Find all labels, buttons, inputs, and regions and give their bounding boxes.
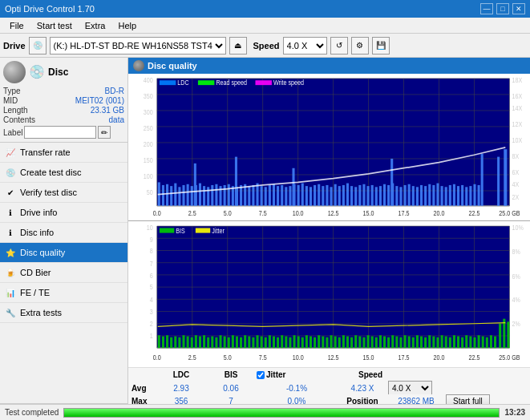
sidebar-item-verify-test-disc[interactable]: ✔ Verify test disc [0,183,127,203]
svg-rect-83 [318,184,320,206]
svg-text:8%: 8% [512,248,520,256]
svg-rect-113 [441,186,443,206]
svg-rect-72 [273,184,275,206]
svg-rect-196 [211,336,213,348]
sidebar-item-create-test-disc[interactable]: 💿 Create test disc [0,163,127,183]
svg-rect-241 [395,336,398,348]
sidebar-item-disc-info[interactable]: ℹ Disc info [0,223,127,243]
svg-text:0.0: 0.0 [153,353,162,361]
svg-rect-192 [195,335,197,348]
label-input[interactable] [24,126,96,139]
menu-start-test[interactable]: Start test [30,19,79,32]
svg-rect-114 [445,187,447,206]
svg-rect-191 [191,337,193,347]
svg-text:50: 50 [147,188,153,196]
svg-text:2: 2 [150,320,153,328]
svg-rect-181 [196,228,210,232]
mid-value: MEIT02 (001) [75,96,124,105]
svg-rect-227 [338,337,341,347]
svg-rect-234 [367,335,370,348]
svg-rect-129 [504,149,507,206]
save-icon[interactable]: 💾 [372,37,390,55]
disc-label: Disc [48,67,68,78]
svg-rect-111 [432,185,435,206]
bottom-chart: 10 9 8 7 6 5 4 3 2 1 10% 8% 6% 4% 2% [128,221,530,368]
svg-rect-245 [412,337,415,347]
svg-rect-105 [408,184,411,206]
menu-help[interactable]: Help [111,19,143,32]
svg-rect-194 [203,335,205,348]
svg-rect-49 [178,187,180,206]
svg-rect-230 [350,337,353,347]
svg-rect-268 [507,321,509,348]
svg-rect-212 [277,337,279,347]
maximize-button[interactable]: □ [496,3,509,14]
svg-rect-122 [478,185,480,206]
svg-rect-204 [244,335,246,348]
svg-rect-250 [432,336,435,348]
disc-icon [3,61,26,83]
top-chart: 400 350 300 250 200 150 100 50 18X 16X 1… [128,74,530,221]
svg-rect-118 [461,185,463,206]
svg-text:7.5: 7.5 [259,209,267,217]
svg-rect-112 [436,184,439,206]
svg-rect-106 [412,186,415,206]
window-controls[interactable]: — □ ✕ [480,3,525,14]
speed-label: Speed [253,41,280,50]
svg-rect-264 [490,335,492,348]
jitter-checkbox[interactable] [257,371,265,379]
label-edit-icon[interactable]: ✏ [98,126,111,139]
sidebar-item-fe-te[interactable]: 📊 FE / TE [0,283,127,303]
svg-rect-254 [449,337,451,347]
svg-rect-252 [441,335,443,348]
drive-select[interactable]: (K:) HL-DT-ST BD-RE WH16NS58 TST4 [50,37,226,55]
svg-rect-258 [465,335,467,348]
svg-rect-128 [497,157,500,206]
svg-rect-68 [257,184,259,206]
sidebar-item-drive-info[interactable]: ℹ Drive info [0,203,127,223]
minimize-button[interactable]: — [480,3,493,14]
svg-rect-249 [428,335,431,348]
chart-header: Disc quality [128,58,530,74]
jitter-header: Jitter [266,370,285,379]
ldc-avg: 2.93 [157,384,205,393]
close-button[interactable]: ✕ [512,3,525,14]
menu-file[interactable]: File [3,19,30,32]
svg-rect-253 [445,336,447,348]
eject-button[interactable]: ⏏ [229,37,247,55]
drive-label: Drive [3,41,26,50]
disc-eject-icon[interactable]: 💿 [29,64,45,80]
svg-rect-102 [395,186,398,206]
sidebar-item-disc-quality[interactable]: ⭐ Disc quality [0,243,127,263]
svg-rect-197 [215,337,217,347]
svg-rect-84 [322,186,324,206]
svg-rect-110 [428,184,431,206]
sidebar-item-transfer-rate[interactable]: 📈 Transfer rate [0,143,127,163]
svg-text:2.5: 2.5 [188,353,197,361]
charts-container: 400 350 300 250 200 150 100 50 18X 16X 1… [128,74,530,367]
svg-rect-86 [330,187,333,206]
svg-rect-240 [391,335,394,348]
menu-extra[interactable]: Extra [79,19,112,32]
type-label: Type [3,87,21,95]
svg-text:2.5: 2.5 [188,209,196,217]
speed-select[interactable]: 4.0 X [283,37,327,55]
speed-select-stats[interactable]: 4.0 X [388,381,432,395]
svg-rect-124 [235,157,237,206]
svg-rect-189 [182,335,184,348]
svg-rect-214 [285,336,287,348]
svg-text:250: 250 [144,124,153,132]
drive-info-icon: ℹ [5,207,16,218]
settings-icon[interactable]: ⚙ [351,37,369,55]
svg-rect-82 [314,185,316,206]
sidebar-item-extra-tests[interactable]: 🔧 Extra tests [0,303,127,323]
svg-rect-226 [334,336,337,348]
refresh-button[interactable]: ↺ [330,37,348,55]
svg-rect-183 [158,335,160,348]
svg-text:Read speed: Read speed [216,79,247,87]
top-chart-svg: 400 350 300 250 200 150 100 50 18X 16X 1… [128,74,530,220]
svg-rect-239 [387,337,390,347]
svg-rect-246 [416,335,419,348]
sidebar-item-cd-bier[interactable]: 🍺 CD Bier [0,263,127,283]
svg-text:22.5: 22.5 [469,353,480,361]
